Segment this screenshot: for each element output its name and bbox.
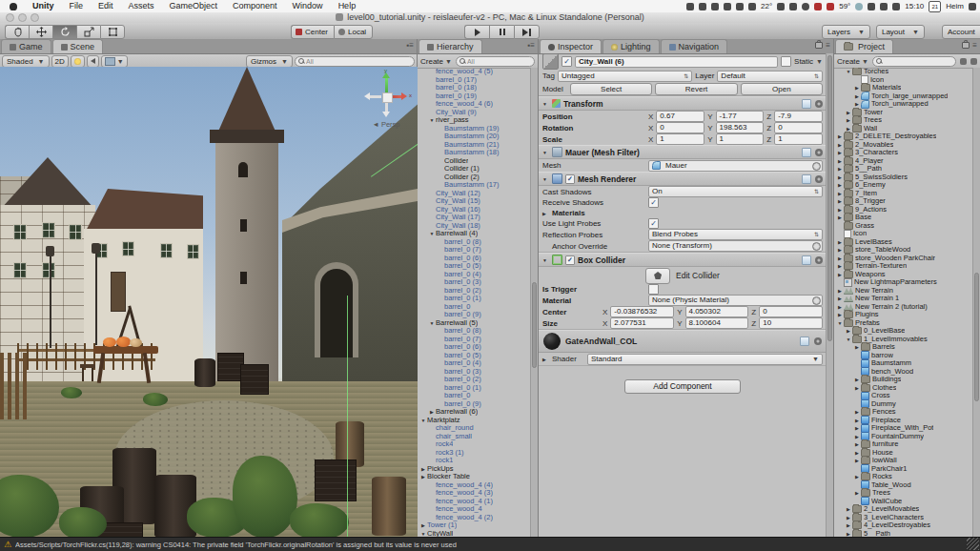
hierarchy-row[interactable]: barrel_0 (6)	[418, 343, 531, 352]
foldout-icon[interactable]: ▶	[853, 417, 861, 425]
foldout-icon[interactable]: ▶	[836, 190, 844, 198]
foldout-icon[interactable]: ▼	[419, 417, 427, 425]
project-row[interactable]: ▶Plugins	[834, 311, 973, 319]
foldout-icon[interactable]: ▶	[845, 530, 852, 538]
foldout-icon[interactable]: ▶	[836, 238, 844, 247]
tab-game[interactable]: Game	[1, 39, 51, 53]
foldout-icon[interactable]: ▼	[542, 150, 549, 155]
foldout-icon[interactable]: ▶	[845, 521, 852, 530]
material-preview-bar[interactable]: GateAndWall_COL	[539, 330, 827, 353]
foldout-icon[interactable]: ▶	[845, 505, 852, 514]
hierarchy-row[interactable]: barrel_0 (7)	[418, 336, 531, 344]
pivot-toggle-button[interactable]: Center	[291, 25, 334, 39]
menu-file[interactable]: File	[62, 0, 92, 12]
axis-x-icon[interactable]	[401, 92, 407, 100]
eye-icon[interactable]	[711, 3, 719, 10]
menu-assets[interactable]: Assets	[121, 0, 162, 12]
hierarchy-row[interactable]: barrel_0 (1)	[418, 295, 531, 303]
position-y-field[interactable]: -1.77	[716, 111, 765, 122]
hierarchy-row[interactable]: City_Wall (17)	[418, 214, 531, 222]
help-icon[interactable]	[802, 255, 811, 265]
active-checkbox[interactable]: ✓	[561, 56, 572, 67]
foldout-icon[interactable]: ▶	[836, 149, 844, 157]
project-row[interactable]: ▶5__Path	[834, 530, 973, 538]
hierarchy-row[interactable]: barrel_0 (18)	[418, 84, 531, 92]
hierarchy-row[interactable]: City_Wall (18)	[418, 222, 531, 231]
pause-button[interactable]	[489, 25, 514, 39]
project-row[interactable]: Icon	[834, 230, 973, 238]
project-row[interactable]: ▶furniture	[834, 440, 973, 449]
effects-toggle[interactable]: ▼	[101, 55, 128, 68]
hierarchy-row[interactable]: City_Wall (16)	[418, 206, 531, 214]
hierarchy-row[interactable]: ▼Marktplatz	[418, 417, 531, 425]
position-x-field[interactable]: 0.67	[656, 111, 704, 122]
project-row[interactable]: ▶Base	[834, 214, 973, 222]
axis-negx-icon[interactable]	[364, 92, 370, 100]
gear-icon[interactable]	[814, 337, 822, 345]
layers-dropdown[interactable]: Layers▼	[822, 25, 870, 39]
tab-lighting[interactable]: Lighting	[602, 39, 660, 53]
panel-options-icon[interactable]: ▪≡	[527, 41, 535, 50]
foldout-icon[interactable]: ▶	[836, 165, 844, 173]
object-picker-icon[interactable]	[812, 296, 821, 305]
scene-orientation-gizmo[interactable]: x y	[364, 74, 408, 118]
search-by-type-icon[interactable]	[960, 58, 967, 65]
model-revert-button[interactable]: Revert	[655, 83, 737, 95]
size-z-field[interactable]: 10	[759, 317, 823, 329]
hierarchy-row[interactable]: fence_wood_4 (3)	[418, 489, 531, 498]
gear-icon[interactable]	[815, 149, 823, 156]
hierarchy-row[interactable]: barrel_0 (5)	[418, 352, 531, 360]
project-row[interactable]: ▶9_Actions	[834, 206, 973, 214]
foldout-icon[interactable]: ▶	[853, 84, 861, 92]
hierarchy-row[interactable]: ▶Tower (1)	[418, 521, 531, 530]
project-search-input[interactable]	[872, 56, 956, 67]
axis-negy-icon[interactable]	[382, 112, 390, 117]
foldout-icon[interactable]: ▼	[419, 530, 427, 538]
create-button[interactable]: Create▼	[837, 57, 868, 66]
foldout-icon[interactable]: ▶	[836, 287, 844, 296]
model-open-button[interactable]: Open	[741, 83, 823, 95]
project-row[interactable]: ▶6_Enemy	[834, 181, 973, 190]
foldout-icon[interactable]: ▶	[542, 211, 549, 216]
foldout-icon[interactable]: ▶	[836, 271, 844, 279]
hierarchy-scrollbar[interactable]	[530, 68, 538, 537]
object-picker-icon[interactable]	[812, 242, 821, 251]
gameobject-name-field[interactable]: City_Wall (6)	[575, 56, 778, 68]
foldout-icon[interactable]: ▶	[836, 173, 844, 182]
hierarchy-row[interactable]: barrel_0 (4)	[418, 359, 531, 368]
project-row[interactable]: ▶2_DELETE_Destroyables	[834, 133, 973, 141]
hierarchy-row[interactable]: Collider (1)	[418, 165, 531, 173]
scale-x-field[interactable]: 1	[656, 133, 704, 145]
hierarchy-row[interactable]: fence_wood_4	[418, 505, 531, 514]
step-button[interactable]	[514, 25, 540, 39]
help-icon[interactable]	[802, 99, 811, 109]
battery-red-icon[interactable]	[814, 3, 822, 10]
foldout-icon[interactable]: ▼	[845, 68, 852, 76]
chat-icon[interactable]	[699, 3, 706, 10]
move-tool-button[interactable]	[29, 25, 52, 39]
foldout-icon[interactable]: ▶	[836, 303, 844, 312]
scene-viewport[interactable]: x y ◄ Persp	[0, 67, 418, 537]
project-row[interactable]: ▶Rocks	[834, 473, 973, 481]
help-icon[interactable]	[800, 337, 809, 346]
hierarchy-row[interactable]: barrel_0 (2)	[418, 287, 531, 296]
foldout-icon[interactable]: ▶	[853, 343, 861, 352]
foldout-icon[interactable]: ▶	[419, 465, 427, 474]
project-row[interactable]: ▶New Terrain 2 (tutorial)	[834, 303, 973, 312]
project-row[interactable]: barrow	[834, 352, 973, 360]
hierarchy-row[interactable]: City_Wall (12)	[418, 190, 531, 198]
hierarchy-row[interactable]: barrel_0 (17)	[418, 76, 531, 85]
apple-icon[interactable]	[10, 3, 17, 10]
hierarchy-row[interactable]: Baumstamm (18)	[418, 149, 531, 157]
foldout-icon[interactable]: ▶	[853, 408, 861, 417]
project-row[interactable]: ▶Terrain-Texturen	[834, 262, 973, 271]
layer-dropdown[interactable]: Default⇅	[717, 71, 823, 82]
foldout-icon[interactable]: ▶	[853, 92, 861, 101]
hierarchy-row[interactable]: rock4	[418, 440, 531, 449]
foldout-icon[interactable]: ▼	[428, 230, 436, 238]
hierarchy-row[interactable]: rock3 (1)	[418, 449, 531, 458]
foldout-icon[interactable]: ▶	[836, 295, 844, 303]
menu-window[interactable]: Window	[285, 0, 331, 12]
scale-z-field[interactable]: 1	[774, 133, 823, 145]
foldout-icon[interactable]: ▶	[845, 327, 852, 336]
